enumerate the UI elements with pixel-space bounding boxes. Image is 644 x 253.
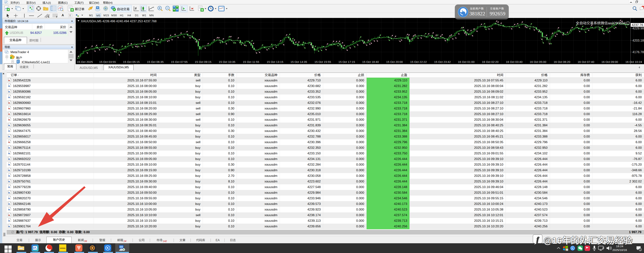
svg-text:15 Oct 13:15: 15 Oct 13:15	[267, 60, 284, 63]
svg-text:1: 1	[640, 249, 641, 251]
svg-text:15 Oct 07:55: 15 Oct 07:55	[171, 60, 188, 63]
svg-text:15 Oct 09:15: 15 Oct 09:15	[195, 60, 212, 63]
svg-text:16 Oct 09:00: 16 Oct 09:00	[602, 60, 618, 63]
svg-text:15 Oct 20:00: 15 Oct 20:00	[386, 60, 403, 63]
svg-text:16 Oct 03:40: 16 Oct 03:40	[506, 60, 522, 63]
svg-text:exness: exness	[60, 247, 65, 249]
svg-text:16 Oct 05:00: 16 Oct 05:00	[530, 60, 546, 63]
svg-text:15 Oct 14:35: 15 Oct 14:35	[290, 60, 307, 63]
svg-text:E: E	[48, 16, 50, 18]
svg-text:16 Oct 07:40: 16 Oct 07:40	[578, 60, 594, 63]
svg-text:15 Oct 10:35: 15 Oct 10:35	[219, 60, 236, 63]
svg-text:M365: M365	[566, 249, 568, 251]
svg-text:T: T	[69, 14, 71, 17]
svg-text:K: K	[106, 246, 109, 250]
svg-text:15 Oct 05:15: 15 Oct 05:15	[123, 60, 140, 63]
svg-text:15 Oct 17:15: 15 Oct 17:15	[338, 60, 355, 63]
svg-text:15 Oct 06:35: 15 Oct 06:35	[147, 60, 164, 63]
svg-text:K: K	[572, 247, 574, 250]
svg-text:16 Oct 10:24: 16 Oct 10:24	[626, 60, 642, 63]
svg-text:16 Oct 01:00: 16 Oct 01:00	[458, 60, 475, 63]
svg-text:4203.18: 4203.18	[632, 39, 644, 42]
svg-text:XAUUSDm,M5 4239.496 4240.494: XAUUSDm,M5 4239.496 4240.494 4237.253 42…	[81, 19, 156, 23]
svg-text:15 Oct 18:40: 15 Oct 18:40	[362, 60, 379, 63]
svg-text:15 Oct 11:55: 15 Oct 11:55	[243, 60, 259, 63]
svg-text:15 Oct 15:55: 15 Oct 15:55	[314, 60, 331, 63]
svg-text:15 Oct 03:55: 15 Oct 03:55	[99, 60, 116, 63]
svg-text:4237.76: 4237.76	[632, 23, 643, 27]
svg-text:15 Oct 23:42: 15 Oct 23:42	[434, 60, 451, 63]
svg-text:15 Oct 2025: 15 Oct 2025	[77, 60, 93, 63]
svg-text:F: F	[56, 16, 57, 18]
svg-text:4176.78: 4176.78	[632, 50, 644, 54]
svg-text:4229.98: 4229.98	[632, 26, 644, 30]
svg-text:全自动交易系统微信aa3290594: 全自动交易系统微信aa3290594	[576, 21, 626, 25]
svg-text:15 Oct 22:22: 15 Oct 22:22	[410, 60, 427, 63]
svg-text:16 Oct 02:20: 16 Oct 02:20	[482, 60, 499, 63]
svg-text:16 Oct 06:20: 16 Oct 06:20	[554, 60, 570, 63]
